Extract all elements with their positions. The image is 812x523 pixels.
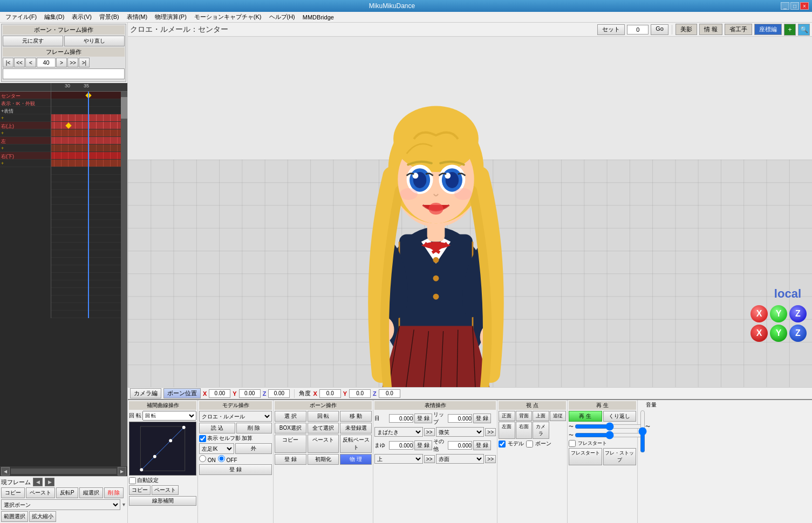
off-radio[interactable] xyxy=(218,455,225,462)
frame-start-btn[interactable]: フレスタート xyxy=(569,448,602,465)
playback-slider-1[interactable] xyxy=(575,423,644,430)
smile-arrow[interactable]: >> xyxy=(485,428,496,436)
box-select-btn[interactable]: BOX選択 xyxy=(275,423,306,433)
blink-select[interactable]: まばたき xyxy=(374,427,423,437)
curve-paste-btn[interactable]: ペースト xyxy=(152,485,179,495)
menu-physics[interactable]: 物理演算(P) xyxy=(152,12,190,22)
bone-pos-tab-btn[interactable]: ボーン位置 xyxy=(163,388,201,398)
timeline-hscroll[interactable] xyxy=(11,469,117,474)
unreg-select-btn[interactable]: 未登録選 xyxy=(340,423,372,433)
other-register-btn[interactable]: 登 録 xyxy=(473,441,491,450)
expand-btn[interactable]: 拡大縮小 xyxy=(29,511,56,522)
menu-face[interactable]: 表情(M) xyxy=(124,12,151,22)
close-btn[interactable]: × xyxy=(800,2,809,10)
timeline-scrollbar[interactable] xyxy=(121,92,127,466)
bone-register-btn[interactable]: 登 録 xyxy=(275,454,306,465)
frame-value-input[interactable] xyxy=(627,25,649,35)
other-input[interactable] xyxy=(448,441,472,450)
tab-coords[interactable]: 座標編 xyxy=(754,24,782,35)
undo-btn[interactable]: 元に戻す xyxy=(3,36,63,46)
frame-start-checkbox[interactable] xyxy=(569,440,576,447)
frame-prev-btn[interactable]: < xyxy=(25,58,36,67)
redo-btn[interactable]: やり直し xyxy=(64,36,125,46)
frame-input[interactable] xyxy=(37,58,56,67)
back-view-btn[interactable]: 背面 xyxy=(516,411,533,421)
vertical-select-btn[interactable]: 縦選択 xyxy=(79,487,103,498)
camera-tab-btn[interactable]: カメラ編 xyxy=(130,388,161,398)
axis-y-btn-1[interactable]: Y xyxy=(770,305,787,322)
right-view-btn[interactable]: 右面 xyxy=(516,422,533,439)
bone-checkbox[interactable] xyxy=(526,441,533,448)
volume-slider[interactable] xyxy=(639,410,646,453)
curve-copy-btn[interactable]: コピー xyxy=(129,485,151,495)
blush-select[interactable]: 赤面 xyxy=(436,454,485,464)
eyebrow-register-btn[interactable]: 登 録 xyxy=(414,441,432,450)
maximize-btn[interactable]: □ xyxy=(790,2,799,10)
viewport[interactable]: local X Y Z X Y Z xyxy=(128,37,812,387)
menu-view[interactable]: 表示(V) xyxy=(69,12,95,22)
model-read-btn[interactable]: 読 込 xyxy=(199,423,235,433)
menu-mmdbridge[interactable]: MMDBridge xyxy=(299,13,337,21)
rotate-select[interactable]: 回 転 xyxy=(142,411,196,421)
scrollbar-thumb[interactable] xyxy=(121,97,127,119)
minimize-btn[interactable]: _ xyxy=(781,2,789,10)
frame-nav-left-btn[interactable]: ◀ xyxy=(33,478,43,486)
frame-prev-fast-btn[interactable]: << xyxy=(14,58,25,67)
go-btn[interactable]: Go xyxy=(651,24,668,35)
lip-input[interactable] xyxy=(448,414,472,423)
angle-x-input[interactable] xyxy=(319,389,341,398)
scroll-left-btn[interactable]: ◀ xyxy=(1,467,10,476)
bone-dropdown[interactable]: 左足IK xyxy=(199,443,234,454)
camera-view-btn[interactable]: カメラ xyxy=(533,422,549,439)
top-view-btn[interactable]: 上面 xyxy=(533,411,549,421)
line-interp-btn[interactable]: 線形補間 xyxy=(129,496,196,506)
bone-paste-btn[interactable]: ペースト xyxy=(308,435,339,453)
delete-btn[interactable]: 削 除 xyxy=(104,487,124,498)
register-btn[interactable]: 登 録 xyxy=(199,464,272,475)
bone-select-dropdown[interactable]: 選択ボーン xyxy=(1,499,120,510)
range-select-btn[interactable]: 範囲選択 xyxy=(1,511,28,522)
blush-arrow[interactable]: >> xyxy=(485,455,496,463)
play-btn[interactable]: 再 生 xyxy=(569,411,602,422)
up-select[interactable]: 上 xyxy=(374,454,423,464)
axis-y-btn-2[interactable]: Y xyxy=(770,325,787,342)
blink-arrow[interactable]: >> xyxy=(424,428,435,436)
repeat-btn[interactable]: くり返し xyxy=(603,411,637,422)
frame-next-fast-btn[interactable]: >> xyxy=(67,58,78,67)
tab-beauty[interactable]: 美影 xyxy=(675,24,697,35)
menu-motion-capture[interactable]: モーションキャプチャ(K) xyxy=(191,12,265,22)
bone-physics-btn[interactable]: 物 理 xyxy=(340,454,372,465)
left-view-btn[interactable]: 左面 xyxy=(499,422,515,439)
lip-register-btn[interactable]: 登 録 xyxy=(473,414,491,423)
all-select-btn[interactable]: 全て選択 xyxy=(308,423,339,433)
copy-btn[interactable]: コピー xyxy=(1,487,25,498)
x-coord-input[interactable] xyxy=(209,389,230,398)
angle-z-input[interactable] xyxy=(379,389,400,398)
axis-x-btn-1[interactable]: X xyxy=(750,305,768,322)
z-coord-input[interactable] xyxy=(268,389,290,398)
axis-z-btn-1[interactable]: Z xyxy=(789,305,807,322)
frame-first-btn[interactable]: |< xyxy=(3,58,13,67)
display-checkbox[interactable] xyxy=(199,435,206,442)
menu-bg[interactable]: 背景(B) xyxy=(96,12,122,22)
menu-file[interactable]: ファイル(F) xyxy=(2,12,40,22)
follow-view-btn[interactable]: 追従 xyxy=(550,411,567,421)
tab-info[interactable]: 情 報 xyxy=(699,24,722,35)
frame-next-btn[interactable]: > xyxy=(56,58,67,67)
eye-register-btn[interactable]: 登 録 xyxy=(414,414,432,423)
up-arrow[interactable]: >> xyxy=(424,455,435,463)
bone-copy-btn[interactable]: コピー xyxy=(275,435,306,453)
axis-x-btn-2[interactable]: X xyxy=(750,325,768,342)
bone-select-btn[interactable]: 選 択 xyxy=(275,411,306,422)
flip-btn[interactable]: 反転P xyxy=(56,487,78,498)
search-icon-btn[interactable]: 🔍 xyxy=(798,24,810,36)
frame-nav-right-btn[interactable]: ▶ xyxy=(45,478,54,486)
bone-rotate-btn[interactable]: 回 転 xyxy=(308,411,339,422)
model-checkbox[interactable] xyxy=(499,441,506,448)
on-radio[interactable] xyxy=(199,455,206,462)
tab-save-work[interactable]: 省工手 xyxy=(725,24,752,35)
frame-stop-btn[interactable]: フレ・ストップ xyxy=(603,448,637,465)
frame-last-btn[interactable]: >| xyxy=(79,58,90,67)
track-content[interactable] xyxy=(51,92,127,318)
bone-move-btn[interactable]: 移 動 xyxy=(340,411,372,422)
